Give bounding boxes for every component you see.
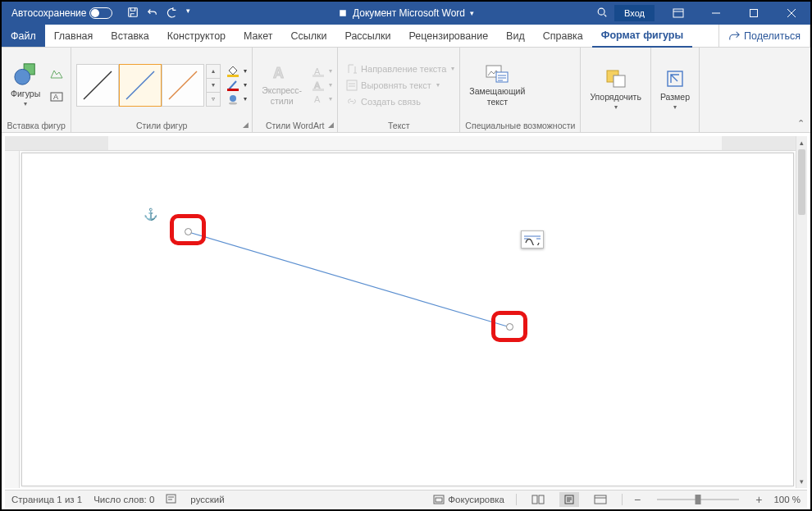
text-effects-button: A▾ [312, 94, 332, 105]
tab-references[interactable]: Ссылки [281, 25, 335, 47]
focus-mode-button[interactable]: Фокусировка [433, 495, 504, 504]
minimize-icon[interactable] [697, 2, 735, 25]
chevron-down-icon: ▾ [614, 103, 618, 112]
scroll-up-icon[interactable]: ▴ [796, 136, 807, 149]
arrange-icon [604, 68, 627, 89]
read-mode-icon[interactable] [528, 492, 548, 507]
undo-icon[interactable] [147, 7, 158, 21]
zoom-level[interactable]: 100 % [773, 495, 801, 504]
effects-icon [227, 94, 239, 105]
group-size: Размер ▾ [651, 48, 700, 132]
zoom-slider[interactable] [657, 499, 739, 500]
svg-rect-21 [312, 89, 324, 91]
page[interactable]: ⚓ [21, 153, 794, 486]
style-orange-line[interactable] [162, 64, 204, 107]
redo-icon[interactable] [167, 7, 178, 21]
text-box-icon[interactable]: A [48, 88, 66, 106]
page-indicator[interactable]: Страница 1 из 1 [11, 495, 82, 504]
edit-shape-icon[interactable] [48, 65, 66, 83]
size-button[interactable]: Размер ▾ [656, 66, 694, 112]
maximize-icon[interactable] [735, 2, 773, 25]
tab-file[interactable]: Файл [2, 25, 45, 47]
group-text: Направление текста▾ Выровнять текст▾ Соз… [338, 48, 460, 132]
text-direction-button: Направление текста▾ [346, 63, 454, 75]
zoom-out-button[interactable]: − [634, 493, 641, 506]
share-icon [728, 30, 740, 42]
tab-layout[interactable]: Макет [235, 25, 281, 47]
svg-rect-27 [614, 75, 625, 87]
tab-view[interactable]: Вид [497, 25, 534, 47]
tab-shape-format[interactable]: Формат фигуры [592, 25, 692, 48]
align-text-button: Выровнять текст▾ [346, 80, 454, 91]
search-icon[interactable] [596, 7, 608, 21]
document-title[interactable]: Документ Microsoft Word ▾ [338, 7, 474, 19]
titlebar: Автосохранение ▾ Документ Microsoft Word… [2, 2, 810, 25]
autosave-toggle[interactable]: Автосохранение [11, 7, 112, 19]
outline-icon [227, 80, 239, 91]
shape-effects-button[interactable]: ▾ [227, 94, 247, 105]
svg-rect-32 [436, 498, 442, 502]
shape-outline-button[interactable]: ▾ [227, 80, 247, 91]
group-insert-shapes: Фигуры ▾ A Вставка фигур [2, 48, 71, 132]
style-blue-line[interactable] [119, 64, 162, 107]
text-direction-icon [346, 63, 358, 75]
arrange-button[interactable]: Упорядочить ▾ [586, 66, 645, 112]
svg-rect-4 [673, 9, 683, 17]
svg-rect-30 [167, 495, 176, 503]
shape-fill-button[interactable]: ▾ [227, 66, 247, 77]
svg-text:A: A [273, 65, 284, 81]
line-shape[interactable] [182, 226, 518, 332]
spellcheck-icon[interactable] [166, 493, 179, 506]
ruler-horizontal[interactable] [5, 136, 796, 151]
ribbon-display-icon[interactable] [659, 2, 697, 25]
print-layout-icon[interactable] [559, 492, 579, 507]
tab-home[interactable]: Главная [45, 25, 103, 47]
link-icon [346, 96, 358, 107]
scrollbar-vertical[interactable]: ▴ ▾ [796, 136, 807, 488]
signin-button[interactable]: Вход [614, 5, 655, 21]
tab-review[interactable]: Рецензирование [400, 25, 498, 47]
layout-options-button[interactable] [521, 230, 544, 249]
create-link-button: Создать связь [346, 96, 454, 107]
shapes-button[interactable]: Фигуры ▾ [7, 60, 44, 109]
close-icon[interactable] [773, 2, 810, 25]
group-arrange: Упорядочить ▾ [581, 48, 650, 132]
tab-design[interactable]: Конструктор [158, 25, 235, 47]
fill-icon [227, 66, 239, 77]
group-accessibility: Замещающий текст Специальные возможности [460, 48, 581, 132]
qat-more-icon[interactable]: ▾ [186, 7, 190, 21]
highlight-marker [170, 214, 206, 245]
group-label: Вставка фигур [7, 119, 66, 130]
style-black-line[interactable] [76, 64, 119, 107]
ruler-vertical[interactable] [5, 151, 20, 488]
share-button[interactable]: Поделиться [718, 25, 810, 47]
dialog-launcher-icon[interactable]: ◢ [328, 121, 334, 129]
zoom-in-button[interactable]: + [755, 493, 762, 506]
svg-line-12 [169, 71, 197, 99]
gallery-scroll[interactable]: ▴▾▿ [206, 64, 221, 107]
svg-rect-23 [347, 80, 357, 90]
tab-insert[interactable]: Вставка [102, 25, 157, 47]
svg-rect-34 [539, 495, 544, 504]
svg-line-10 [84, 71, 112, 99]
dialog-launcher-icon[interactable]: ◢ [243, 121, 249, 129]
alt-text-button[interactable]: Замещающий текст [465, 61, 529, 108]
svg-point-16 [229, 102, 237, 104]
svg-point-3 [598, 8, 604, 15]
statusbar: Страница 1 из 1 Число слов: 0 русский Фо… [5, 490, 807, 508]
web-layout-icon[interactable] [591, 492, 610, 507]
scroll-thumb[interactable] [798, 149, 805, 215]
language-indicator[interactable]: русский [190, 495, 224, 504]
anchor-icon: ⚓ [144, 208, 157, 221]
shapes-icon [13, 62, 38, 86]
tab-mailings[interactable]: Рассылки [335, 25, 399, 47]
svg-rect-13 [227, 75, 239, 77]
word-count[interactable]: Число слов: 0 [94, 495, 154, 504]
tab-help[interactable]: Справка [534, 25, 592, 47]
group-label: Текст [343, 119, 454, 130]
collapse-ribbon-icon[interactable]: ⌃ [791, 48, 810, 132]
shape-style-gallery[interactable]: ▴▾▿ [76, 64, 221, 107]
save-icon[interactable] [127, 7, 139, 21]
alt-text-icon [485, 62, 509, 84]
scroll-down-icon[interactable]: ▾ [796, 475, 807, 488]
